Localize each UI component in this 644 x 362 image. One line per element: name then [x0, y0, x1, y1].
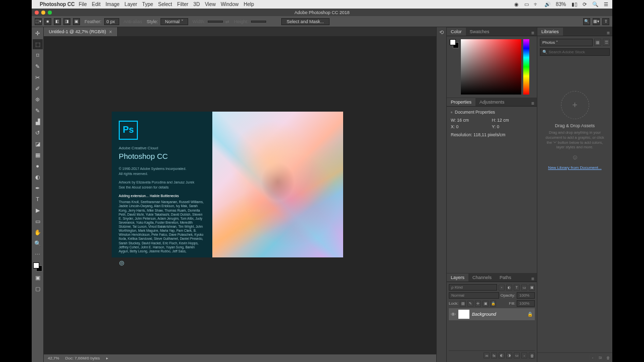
- brush-tool[interactable]: ✎: [33, 106, 43, 116]
- tool-preset-icon[interactable]: ⬚▾: [35, 18, 42, 25]
- volume-icon[interactable]: 🔊: [544, 2, 550, 7]
- screen-icon[interactable]: ▭: [524, 2, 529, 7]
- app-name[interactable]: Photoshop CC: [40, 2, 74, 7]
- edit-toolbar[interactable]: ⋯: [33, 249, 43, 259]
- lock-pixels-icon[interactable]: ▨: [460, 301, 466, 307]
- filter-smart-icon[interactable]: ▣: [529, 285, 535, 291]
- sync-icon[interactable]: ⟳: [583, 2, 587, 7]
- filter-shape-icon[interactable]: ▭: [521, 285, 527, 291]
- quick-select-tool[interactable]: ✎: [33, 61, 43, 71]
- color-fg-bg-swatch[interactable]: [450, 39, 459, 48]
- menu-3d[interactable]: 3D: [193, 2, 200, 7]
- menu-type[interactable]: Type: [142, 2, 153, 7]
- select-and-mask-button[interactable]: Select and Mask...: [281, 18, 330, 25]
- history-panel-icon[interactable]: ⟲: [439, 29, 444, 36]
- link-layers-icon[interactable]: ⫘: [484, 352, 490, 358]
- lib-grid-icon[interactable]: ▦: [594, 39, 601, 46]
- delete-layer-icon[interactable]: 🗑: [529, 352, 535, 358]
- help-icon[interactable]: ⓘ: [540, 155, 610, 160]
- group-icon[interactable]: ▭: [514, 352, 520, 358]
- library-search-input[interactable]: 🔍 Search Adobe Stock: [540, 48, 610, 56]
- height-input[interactable]: [251, 21, 266, 23]
- menu-filter[interactable]: Filter: [177, 2, 188, 7]
- lock-all-icon[interactable]: ✢: [475, 301, 481, 307]
- type-tool[interactable]: T: [33, 194, 43, 204]
- menu-select[interactable]: Select: [158, 2, 172, 7]
- opacity-input[interactable]: 100%: [517, 292, 535, 299]
- menu-edit[interactable]: Edit: [92, 2, 101, 7]
- layer-thumbnail[interactable]: [458, 310, 469, 319]
- quick-mask-tool[interactable]: ▣: [33, 273, 43, 283]
- menu-window[interactable]: Window: [221, 2, 239, 7]
- layer-mask-icon[interactable]: ◐: [499, 352, 505, 358]
- lasso-tool[interactable]: ⌑: [33, 50, 43, 60]
- subtract-selection-icon[interactable]: ◨: [63, 18, 70, 25]
- color-tab[interactable]: Color: [447, 28, 466, 36]
- lock-position-icon[interactable]: ✎: [467, 301, 473, 307]
- pen-tool[interactable]: ✒: [33, 183, 43, 193]
- lib-add-icon[interactable]: ▫: [590, 354, 596, 360]
- eye-icon[interactable]: ◉: [514, 2, 519, 7]
- color-swatch[interactable]: [33, 262, 42, 272]
- screen-mode-tool[interactable]: ▢: [33, 284, 43, 294]
- lock-icon[interactable]: 🔒: [490, 301, 496, 307]
- crop-tool[interactable]: ✂: [33, 72, 43, 82]
- search-app-icon[interactable]: 🔍: [583, 18, 590, 25]
- workspace-icon[interactable]: ▦▾: [593, 18, 600, 25]
- antialias-checkbox[interactable]: Anti-alias: [124, 19, 142, 24]
- hand-tool[interactable]: ✋: [33, 227, 43, 237]
- libraries-tab[interactable]: Libraries: [537, 28, 563, 36]
- healing-tool[interactable]: ❊: [33, 95, 43, 105]
- lib-stock-icon[interactable]: St: [597, 354, 603, 360]
- channels-tab[interactable]: Channels: [468, 274, 496, 282]
- menu-file[interactable]: File: [78, 2, 87, 7]
- lib-delete-icon[interactable]: 🗑: [605, 354, 611, 360]
- feather-input[interactable]: 0 px: [104, 18, 119, 25]
- add-selection-icon[interactable]: ◧: [54, 18, 61, 25]
- history-brush-tool[interactable]: ↺: [33, 128, 43, 138]
- swap-wh-icon[interactable]: ⇄: [225, 19, 229, 24]
- status-chevron-icon[interactable]: ▸: [106, 356, 108, 360]
- filter-adjust-icon[interactable]: ◐: [506, 285, 512, 291]
- lib-list-icon[interactable]: ☰: [603, 39, 610, 46]
- search-icon[interactable]: 🔍: [592, 2, 598, 7]
- stamp-tool[interactable]: ▟: [33, 117, 43, 127]
- libraries-panel-menu-icon[interactable]: ≡: [604, 30, 612, 36]
- layer-row[interactable]: 👁 Background 🔒: [449, 308, 535, 320]
- gradient-tool[interactable]: ▦: [33, 150, 43, 160]
- lock-artboard-icon[interactable]: ▣: [482, 301, 489, 307]
- layers-tab[interactable]: Layers: [447, 274, 468, 282]
- fill-input[interactable]: 100%: [517, 300, 535, 307]
- new-library-link[interactable]: New Library from Document...: [540, 165, 610, 170]
- layer-name[interactable]: Background: [472, 312, 496, 317]
- menu-image[interactable]: Image: [106, 2, 120, 7]
- color-panel-menu-icon[interactable]: ≡: [529, 30, 537, 36]
- eyedropper-tool[interactable]: ✐: [33, 83, 43, 94]
- menu-layer[interactable]: Layer: [125, 2, 137, 7]
- layer-filter-select[interactable]: ρ Kind: [449, 284, 497, 291]
- properties-tab[interactable]: Properties: [447, 98, 475, 106]
- new-layer-icon[interactable]: ▫: [521, 352, 527, 358]
- blur-tool[interactable]: ●: [33, 161, 43, 171]
- zoom-tool[interactable]: 🔍: [33, 238, 43, 248]
- adjustments-tab[interactable]: Adjustments: [475, 98, 509, 106]
- color-field[interactable]: [461, 39, 521, 95]
- path-select-tool[interactable]: ▶: [33, 205, 43, 215]
- marquee-tool[interactable]: ⬚: [33, 39, 43, 49]
- close-tab-icon[interactable]: ×: [109, 29, 112, 35]
- battery-icon[interactable]: ▮▯: [572, 2, 578, 7]
- blend-mode-select[interactable]: Normal: [449, 292, 499, 299]
- status-doc[interactable]: Doc: 7,66M/0 bytes: [65, 356, 100, 360]
- layer-visibility-icon[interactable]: 👁: [451, 312, 456, 317]
- canvas[interactable]: Ps Adobe Creative Cloud Photoshop CC © 1…: [44, 36, 436, 354]
- intersect-selection-icon[interactable]: ▣: [73, 18, 80, 25]
- dodge-tool[interactable]: ◐: [33, 172, 43, 182]
- filter-image-icon[interactable]: ▫: [499, 285, 505, 291]
- eraser-tool[interactable]: ◪: [33, 139, 43, 149]
- adjustment-layer-icon[interactable]: ◑: [506, 352, 512, 358]
- style-select[interactable]: Normal ˅: [160, 18, 188, 25]
- layers-panel-menu-icon[interactable]: ≡: [529, 276, 537, 282]
- share-icon[interactable]: ⇧: [602, 18, 609, 25]
- status-zoom[interactable]: 42,7%: [48, 356, 59, 360]
- layer-locked-icon[interactable]: 🔒: [527, 312, 533, 317]
